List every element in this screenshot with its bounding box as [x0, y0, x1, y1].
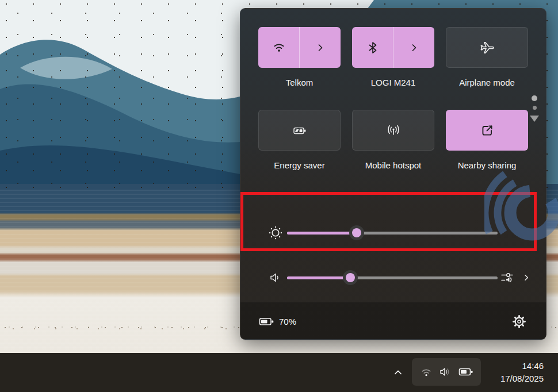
system-tray-button[interactable]	[412, 358, 481, 386]
wifi-tile	[258, 27, 341, 68]
airplane-mode-tile[interactable]	[446, 27, 528, 68]
volume-icon	[439, 366, 453, 378]
bluetooth-toggle-button[interactable]	[352, 27, 393, 68]
expand-page-arrow-icon[interactable]	[530, 116, 539, 122]
taskbar: 14:46 17/08/2025	[0, 353, 558, 392]
airplane-mode-tile-label: Airplane mode	[459, 77, 515, 89]
tile-cell-mobile-hotspot: Mobile hotspot	[352, 110, 434, 171]
wifi-icon	[419, 366, 433, 378]
tile-cell-bluetooth: LOGI M241	[352, 27, 434, 89]
bluetooth-icon	[366, 41, 380, 55]
battery-icon	[259, 316, 274, 327]
energy-saver-icon	[292, 123, 308, 138]
tile-cell-wifi: Telkom	[258, 27, 341, 89]
page-dot	[533, 106, 537, 110]
audio-output-chevron-icon[interactable]	[522, 273, 531, 282]
volume-slider-fill	[287, 276, 350, 279]
battery-percent-label: 70%	[279, 317, 296, 326]
bluetooth-expand-button[interactable]	[393, 27, 434, 68]
quick-settings-panel: Telkom LOGI M241	[240, 8, 546, 340]
volume-slider-handle[interactable]	[343, 270, 358, 285]
nearby-sharing-icon	[480, 123, 495, 138]
nearby-sharing-tile[interactable]	[446, 110, 528, 151]
wifi-tile-label: Telkom	[286, 77, 314, 89]
wifi-icon	[272, 40, 286, 55]
volume-slider-row	[240, 269, 547, 286]
quick-settings-tile-grid: Telkom LOGI M241	[258, 27, 528, 171]
airplane-icon	[480, 40, 495, 55]
page-dot-current	[532, 95, 537, 101]
mobile-hotspot-icon	[386, 123, 401, 138]
taskbar-time: 14:46	[500, 360, 544, 372]
tile-cell-airplane: Airplane mode	[446, 27, 528, 89]
taskbar-clock[interactable]: 14:46 17/08/2025	[500, 360, 544, 385]
taskbar-date: 17/08/2025	[500, 372, 544, 385]
bluetooth-tile-label: LOGI M241	[371, 77, 416, 89]
quick-settings-footer: 70%	[240, 302, 546, 340]
mobile-hotspot-tile[interactable]	[352, 110, 434, 151]
wifi-toggle-button[interactable]	[258, 27, 299, 68]
nearby-sharing-tile-label: Nearby sharing	[458, 160, 517, 171]
gear-icon	[512, 314, 526, 329]
chevron-right-icon	[315, 42, 326, 53]
audio-output-mixer-icon[interactable]	[500, 271, 518, 285]
annotation-highlight-rectangle	[240, 192, 537, 251]
chevron-right-icon	[408, 42, 420, 53]
wifi-expand-button[interactable]	[299, 27, 341, 68]
tile-cell-nearby-sharing: Nearby sharing	[446, 110, 528, 171]
page-indicator	[529, 95, 540, 122]
show-hidden-icons-button[interactable]	[389, 361, 407, 384]
volume-slider[interactable]	[287, 276, 498, 279]
tile-cell-energy-saver: Energy saver	[258, 110, 341, 171]
energy-saver-tile[interactable]	[258, 110, 341, 151]
battery-icon	[458, 367, 473, 377]
mobile-hotspot-tile-label: Mobile hotspot	[365, 160, 422, 171]
energy-saver-tile-label: Energy saver	[274, 160, 324, 171]
battery-status-button[interactable]: 70%	[259, 316, 296, 327]
desktop-screen: Telkom LOGI M241	[0, 0, 558, 392]
bluetooth-tile	[352, 27, 434, 68]
settings-button[interactable]	[509, 312, 529, 331]
chevron-up-icon	[392, 366, 404, 379]
